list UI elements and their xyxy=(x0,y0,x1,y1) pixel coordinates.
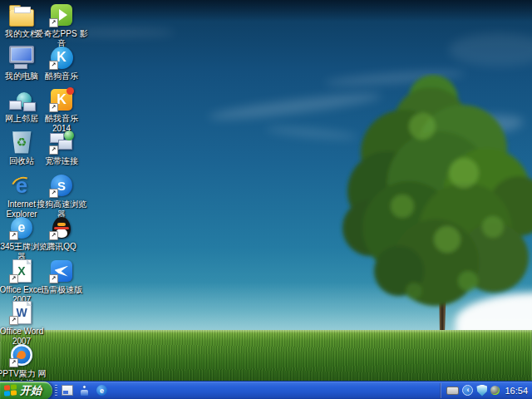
broadband-icon: ↗ xyxy=(48,130,75,155)
system-tray: ‹ 16:54 xyxy=(441,382,532,399)
security-shield-icon[interactable] xyxy=(476,385,487,397)
kuwo-music-icon: K↗ xyxy=(48,87,75,112)
my-computer-icon xyxy=(8,45,35,70)
windows-logo-icon xyxy=(4,384,17,397)
desktop-icon-label: 宽带连接 xyxy=(45,156,78,166)
desktop-icon-xunlei[interactable]: ↗ 迅雷极速版 xyxy=(35,259,88,295)
antivirus-icon[interactable] xyxy=(490,386,500,395)
taskbar-clock[interactable]: 16:54 xyxy=(505,386,528,396)
desktop: 我的文档 我的电脑 网上邻居 ♻ 回收站 e Internet Explorer… xyxy=(0,0,532,399)
shortcut-arrow-icon: ↗ xyxy=(49,103,58,112)
desktop-icon-sogou-browser[interactable]: S↗ 搜狗高速浏览器 xyxy=(35,173,88,219)
show-desktop-icon[interactable] xyxy=(61,384,73,397)
tree-image xyxy=(323,73,532,341)
shortcut-arrow-icon: ↗ xyxy=(49,61,58,70)
recycle-bin-icon: ♻ xyxy=(8,130,35,155)
xunlei-icon: ↗ xyxy=(48,259,75,283)
desktop-icon-office-word[interactable]: W↗ Office Word 2007 xyxy=(0,300,48,347)
desktop-icon-kuwo-music[interactable]: K↗ 酷我音乐 2014 xyxy=(35,87,88,134)
shortcut-arrow-icon: ↗ xyxy=(9,316,18,325)
pptv-icon: ↗ xyxy=(8,342,35,367)
shortcut-arrow-icon: ↗ xyxy=(9,358,18,367)
desktop-icon-tencent-qq[interactable]: ↗ 腾讯QQ xyxy=(35,215,88,252)
tray-chevron-icon[interactable]: ‹ xyxy=(462,385,473,396)
sogou-browser-icon: S↗ xyxy=(48,173,75,198)
media-player-icon[interactable] xyxy=(78,384,91,397)
desktop-icon-broadband[interactable]: ↗ 宽带连接 xyxy=(35,130,88,166)
shortcut-arrow-icon: ↗ xyxy=(9,274,18,283)
tencent-qq-icon: ↗ xyxy=(48,215,75,240)
shortcut-arrow-icon: ↗ xyxy=(49,189,58,198)
iqiyi-pps-icon: ↗ xyxy=(48,2,75,27)
desktop-icon-label: 回收站 xyxy=(9,156,34,166)
2345-browser-icon: e↗ xyxy=(8,215,35,240)
office-excel-icon: X↗ xyxy=(8,259,35,283)
network-status-icon[interactable] xyxy=(446,387,459,395)
desktop-icon-iqiyi-pps[interactable]: ↗ 爱奇艺PPS 影音 xyxy=(35,2,88,49)
desktop-icon-label: 网上邻居 xyxy=(5,114,38,124)
desktop-icon-label: 我的文档 xyxy=(5,29,38,39)
desktop-icon-label: 迅雷极速版 xyxy=(41,285,82,295)
ie-quicklaunch-icon[interactable]: e xyxy=(96,384,108,397)
shortcut-arrow-icon: ↗ xyxy=(49,274,58,283)
desktop-icon-label: 腾讯QQ xyxy=(47,242,76,252)
kugou-music-icon: K↗ xyxy=(48,45,75,70)
start-button-label: 开始 xyxy=(20,383,42,398)
desktop-icon-kugou-music[interactable]: K↗ 酷狗音乐 xyxy=(35,45,88,81)
start-button[interactable]: 开始 xyxy=(0,382,52,399)
quick-launch-bar: e xyxy=(57,384,111,397)
desktop-icon-label: 我的电脑 xyxy=(5,71,38,81)
internet-explorer-icon: e xyxy=(8,173,35,198)
taskbar: 开始 e ‹ 16:54 xyxy=(0,381,532,399)
shortcut-arrow-icon: ↗ xyxy=(9,231,18,240)
my-documents-icon xyxy=(8,2,35,27)
shortcut-arrow-icon: ↗ xyxy=(49,231,58,240)
network-places-icon xyxy=(8,87,35,112)
shortcut-arrow-icon: ↗ xyxy=(49,145,58,155)
office-word-icon: W↗ xyxy=(8,300,35,325)
desktop-icon-label: 酷狗音乐 xyxy=(45,71,78,81)
shortcut-arrow-icon: ↗ xyxy=(49,18,58,27)
